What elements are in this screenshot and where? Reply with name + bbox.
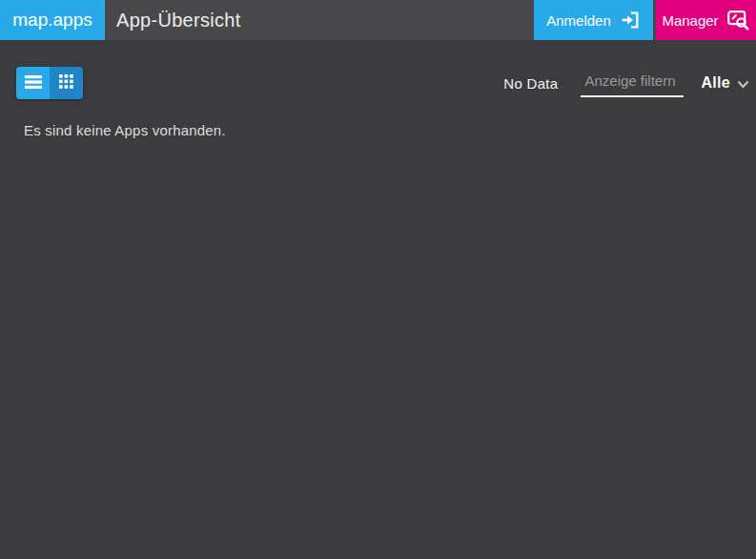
filter-input[interactable] xyxy=(581,69,684,97)
toolbar: No Data Alle xyxy=(0,67,756,99)
login-button-label: Anmelden xyxy=(546,12,611,29)
chevron-down-icon xyxy=(737,80,749,89)
page-title: App-Übersicht xyxy=(105,0,241,40)
login-button[interactable]: Anmelden xyxy=(534,0,653,40)
list-view-button[interactable] xyxy=(16,67,50,99)
grid-view-button[interactable] xyxy=(50,67,83,99)
app-header: map.apps App-Übersicht Anmelden Manager xyxy=(0,0,756,40)
manager-button-label: Manager xyxy=(662,12,718,29)
list-icon xyxy=(25,75,42,92)
filter-dropdown[interactable]: Alle xyxy=(701,74,749,92)
header-spacer xyxy=(241,0,534,40)
dropdown-value: Alle xyxy=(701,74,730,92)
grid-icon xyxy=(59,74,73,92)
app-list-area: Es sind keine Apps vorhanden. xyxy=(0,122,756,138)
empty-state-message: Es sind keine Apps vorhanden. xyxy=(24,122,756,138)
status-text: No Data xyxy=(503,75,558,92)
manager-button[interactable]: Manager xyxy=(656,0,756,40)
sign-in-icon xyxy=(620,10,641,31)
view-toggle xyxy=(16,67,83,99)
brand-logo[interactable]: map.apps xyxy=(0,0,105,40)
manager-magnifier-icon xyxy=(727,10,750,31)
toolbar-right: No Data Alle xyxy=(503,69,756,97)
